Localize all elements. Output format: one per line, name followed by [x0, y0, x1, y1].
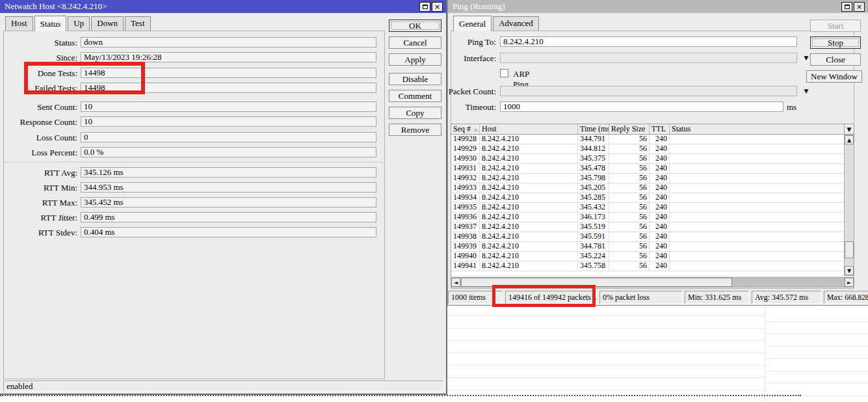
cell-ttl: 240: [650, 213, 670, 222]
cell-ttl: 240: [650, 242, 670, 251]
cell-host: 8.242.4.210: [480, 252, 578, 261]
sent-count-field[interactable]: 10: [81, 101, 376, 112]
close-button[interactable]: Close: [810, 53, 861, 66]
cell-seq: 149931: [451, 164, 480, 173]
cancel-button[interactable]: Cancel: [389, 36, 441, 49]
apply-button[interactable]: Apply: [389, 53, 441, 66]
ping-to-input[interactable]: 8.242.4.210: [500, 36, 797, 47]
ping-titlebar[interactable]: Ping (Running) ×: [448, 0, 868, 13]
column-header-reply-size[interactable]: Reply Size: [609, 124, 650, 134]
cell-seq: 149939: [451, 242, 480, 251]
cell-reply-size: 56: [609, 144, 650, 154]
rtt-stdev-field[interactable]: 0.404 ms: [81, 227, 376, 237]
tab-advanced[interactable]: Advanced: [493, 16, 539, 31]
cell-host: 8.242.4.210: [480, 174, 578, 183]
table-row[interactable]: 149938 8.242.4.210 345.591 56 240: [451, 232, 844, 242]
background-list-pane: [447, 304, 765, 402]
cell-host: 8.242.4.210: [480, 164, 578, 173]
cell-ttl: 240: [650, 144, 670, 154]
scroll-up-icon[interactable]: ▲: [845, 135, 854, 144]
tab-host[interactable]: Host: [5, 16, 33, 31]
comment-button[interactable]: Comment: [389, 90, 441, 102]
column-header-ttl[interactable]: TTL: [650, 124, 670, 134]
copy-button[interactable]: Copy: [389, 107, 441, 119]
tab-general[interactable]: General: [453, 16, 492, 31]
annotation-highlight-done-failed-tests: [24, 62, 145, 94]
table-row[interactable]: 149939 8.242.4.210 344.781 56 240: [451, 242, 844, 252]
disable-button[interactable]: Disable: [389, 73, 441, 85]
packet-loss: 0% packet loss: [599, 291, 682, 304]
table-row[interactable]: 149931 8.242.4.210 345.478 56 240: [451, 164, 844, 174]
maximize-icon[interactable]: [841, 2, 852, 12]
tab-test[interactable]: Test: [125, 16, 150, 31]
column-header-seq[interactable]: Seq #: [451, 124, 480, 134]
table-row[interactable]: 149934 8.242.4.210 345.285 56 240: [451, 193, 844, 203]
rtt-min-field[interactable]: 344.953 ms: [81, 182, 376, 193]
packet-count-input[interactable]: [500, 86, 797, 96]
sent-count-label: Sent Count:: [0, 102, 77, 113]
table-row[interactable]: 149930 8.242.4.210 345.375 56 240: [451, 154, 844, 164]
loss-count-field[interactable]: 0: [81, 132, 376, 142]
cell-ttl: 240: [650, 203, 670, 212]
tab-down[interactable]: Down: [91, 16, 124, 31]
timeout-input[interactable]: 1000: [500, 101, 783, 112]
cell-seq: 149935: [451, 203, 480, 212]
cell-host: 8.242.4.210: [480, 232, 578, 241]
interface-input[interactable]: [500, 53, 797, 63]
table-row[interactable]: 149933 8.242.4.210 345.205 56 240: [451, 183, 844, 193]
rtt-min-label: RTT Min:: [0, 183, 77, 193]
arp-ping-checkbox[interactable]: [500, 69, 508, 77]
cell-seq: 149932: [451, 174, 480, 183]
table-row[interactable]: 149936 8.242.4.210 346.173 56 240: [451, 213, 844, 222]
table-row[interactable]: 149941 8.242.4.210 345.758 56 240: [451, 261, 844, 271]
rtt-max-label: RTT Max:: [0, 198, 77, 208]
table-row[interactable]: 149932 8.242.4.210 345.798 56 240: [451, 174, 844, 183]
start-button[interactable]: Start: [810, 20, 861, 32]
table-row[interactable]: 149937 8.242.4.210 345.519 56 240: [451, 222, 844, 232]
status-field[interactable]: down: [81, 37, 376, 47]
ok-button[interactable]: OK: [389, 20, 441, 32]
column-select-dropdown-icon[interactable]: ▼: [844, 124, 854, 135]
tab-up[interactable]: Up: [68, 16, 90, 31]
cell-host: 8.242.4.210: [480, 135, 578, 144]
since-field[interactable]: May/13/2023 19:26:28: [81, 52, 376, 62]
column-header-status[interactable]: Status: [670, 124, 844, 134]
scroll-down-icon[interactable]: ▼: [845, 266, 854, 275]
vertical-scrollbar[interactable]: ▲ ▼: [844, 135, 854, 276]
table-row[interactable]: 149929 8.242.4.210 344.812 56 240: [451, 144, 844, 154]
cell-time: 344.781: [578, 242, 609, 251]
response-count-field[interactable]: 10: [81, 116, 376, 127]
annotation-highlight-packets-received: [492, 285, 596, 307]
vertical-scroll-thumb[interactable]: [845, 241, 854, 258]
avg-rtt: Avg: 345.572 ms: [752, 291, 821, 304]
cell-reply-size: 56: [609, 183, 650, 193]
cell-status: [670, 154, 844, 163]
screen: Netwatch Host <8.242.4.210> × Host Statu…: [0, 0, 868, 402]
scroll-right-icon[interactable]: ►: [845, 278, 854, 287]
rtt-avg-field[interactable]: 345.126 ms: [81, 167, 376, 178]
maximize-icon[interactable]: [419, 2, 430, 12]
tab-status[interactable]: Status: [34, 16, 67, 31]
close-icon[interactable]: ×: [854, 2, 865, 12]
remove-button[interactable]: Remove: [389, 124, 441, 136]
cell-host: 8.242.4.210: [480, 261, 578, 271]
table-row[interactable]: 149928 8.242.4.210 344.791 56 240: [451, 135, 844, 144]
packet-count-label: Packet Count:: [448, 87, 496, 97]
loss-percent-field[interactable]: 0.0 %: [81, 147, 376, 157]
cell-time: 345.591: [578, 232, 609, 241]
scroll-left-icon[interactable]: ◄: [451, 278, 460, 287]
column-header-host[interactable]: Host: [480, 124, 578, 134]
packet-count-dropdown-icon[interactable]: ▼: [801, 86, 811, 96]
table-row[interactable]: 149935 8.242.4.210 345.432 56 240: [451, 203, 844, 213]
close-icon[interactable]: ×: [432, 2, 443, 12]
rtt-jitter-field[interactable]: 0.499 ms: [81, 212, 376, 222]
table-row[interactable]: 149940 8.242.4.210 345.224 56 240: [451, 252, 844, 261]
response-count-label: Response Count:: [0, 117, 77, 127]
cell-seq: 149938: [451, 232, 480, 241]
rtt-max-field[interactable]: 345.452 ms: [81, 197, 376, 208]
new-window-button[interactable]: New Window: [806, 70, 862, 83]
column-header-time[interactable]: Time (ms): [578, 124, 609, 134]
stop-button[interactable]: Stop: [810, 36, 861, 49]
cell-ttl: 240: [650, 164, 670, 173]
netwatch-titlebar[interactable]: Netwatch Host <8.242.4.210> ×: [0, 0, 446, 13]
